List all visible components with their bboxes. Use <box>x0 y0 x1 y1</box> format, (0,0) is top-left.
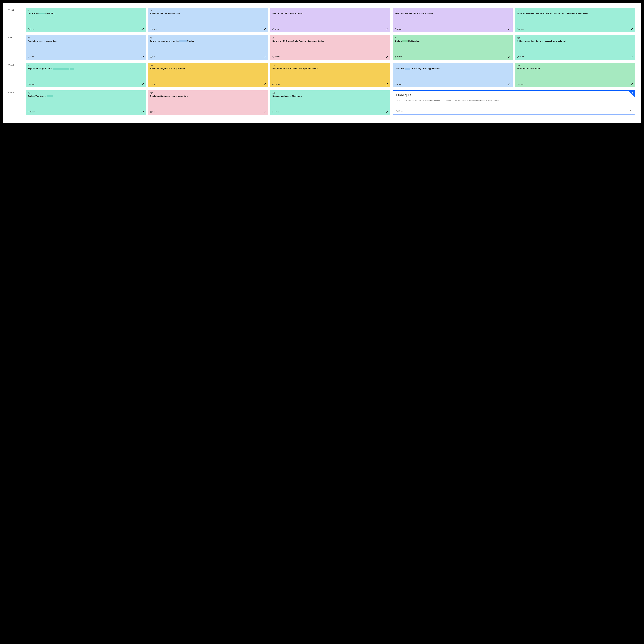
activity-card[interactable]: #2Read about laoreet suspendisse5 min. <box>148 8 268 32</box>
activity-card[interactable]: #3Read about velit laoreet id donec5 min… <box>270 8 390 32</box>
card-number: #14 <box>395 65 511 66</box>
final-quiz-card[interactable]: Final quizEager to prove your knowledge?… <box>393 90 635 115</box>
expand-icon <box>386 83 388 86</box>
card-duration: 15 min. <box>395 83 402 85</box>
card-duration: 40 min. <box>272 56 280 58</box>
week-cards: #16Explore Your Career 10 min.#17Read ab… <box>26 90 635 115</box>
card-footer: 5 min. <box>150 111 266 113</box>
expand-icon <box>386 111 388 113</box>
card-number: #4 <box>395 10 511 11</box>
card-duration: 10 min. <box>517 56 525 58</box>
card-title: Read about laoreet suspendisse <box>150 12 266 28</box>
card-footer: 5 min. <box>150 28 266 30</box>
clock-icon <box>150 111 152 113</box>
redacted-text <box>402 40 408 42</box>
card-footer: 40 min. <box>272 56 388 58</box>
expand-icon <box>264 56 266 58</box>
card-title: Find an industry partner on the Catalog <box>150 40 266 56</box>
card-number: #11 <box>28 65 144 66</box>
card-duration: 5 min. <box>150 28 157 30</box>
redacted-text <box>53 68 69 70</box>
clock-icon <box>272 28 274 30</box>
card-duration: 5 min. <box>150 111 157 113</box>
card-title: Explore Be Equal site <box>395 40 511 56</box>
card-duration: 5 min. <box>28 56 35 58</box>
expand-icon <box>631 56 633 58</box>
card-title: Get to know Consulting <box>28 12 144 28</box>
activity-card[interactable]: #8Earn your IBM Garage Skills Academy Es… <box>270 35 390 60</box>
card-duration: 10 min. <box>28 111 35 113</box>
expand-icon <box>264 111 266 113</box>
activity-card[interactable]: #14Learn how Consulting shows appreciati… <box>393 63 513 87</box>
quiz-footer: 12 min. <box>396 110 632 112</box>
activity-card[interactable]: #16Explore Your Career 10 min. <box>26 90 146 115</box>
card-footer: 10 min. <box>517 56 633 58</box>
expand-icon <box>141 56 144 58</box>
svg-rect-0 <box>632 92 633 93</box>
card-title: Explore Your Career <box>28 95 144 111</box>
card-duration: 5 min. <box>150 83 157 85</box>
expand-icon <box>386 28 388 30</box>
card-duration: 10 min. <box>28 83 35 85</box>
card-number: #6 <box>28 37 144 39</box>
card-number: #1 <box>28 10 144 11</box>
card-title: Nisl pretium fusce id velit ut tortor pr… <box>272 67 388 83</box>
activity-card[interactable]: #10Add a learning-based goal for yoursel… <box>515 35 635 60</box>
card-title: Porta non pulvinar neque <box>517 67 633 83</box>
card-duration: 5 min. <box>272 28 279 30</box>
week-row: Week 2#6Read about laoreet suspendisse5 … <box>8 35 635 60</box>
clock-icon <box>28 111 29 113</box>
quiz-title: Final quiz <box>396 93 632 97</box>
redacted-text <box>47 95 53 97</box>
card-footer: 5 min. <box>28 56 144 58</box>
lock-icon <box>632 92 634 94</box>
week-label: Week 2 <box>8 35 26 39</box>
activity-card[interactable]: #18Request feedback in Checkpoint5 min. <box>270 90 390 115</box>
activity-card[interactable]: #11Explore the insights of the 10 min. <box>26 63 146 87</box>
redacted-text <box>405 68 410 70</box>
clock-icon <box>272 56 274 58</box>
card-footer: 10 min. <box>272 83 388 86</box>
card-number: #18 <box>272 92 388 94</box>
card-number: #8 <box>272 37 388 39</box>
expand-icon <box>141 28 144 30</box>
card-duration: 5 min. <box>517 83 524 85</box>
card-title: Read about justo eget magna fermentum <box>150 95 266 111</box>
card-number: #17 <box>150 92 266 94</box>
card-duration: 5 min. <box>28 28 35 30</box>
card-number: #10 <box>517 37 633 39</box>
card-title: Explore the insights of the <box>28 67 144 83</box>
activity-card[interactable]: #17Read about justo eget magna fermentum… <box>148 90 268 115</box>
expand-icon <box>631 83 633 86</box>
clock-icon <box>28 84 29 85</box>
activity-card[interactable]: #15Porta non pulvinar neque5 min. <box>515 63 635 87</box>
quiz-duration: 12 min. <box>396 110 404 112</box>
week-label: Week 3 <box>8 63 26 66</box>
activity-card[interactable]: #4Explore aliquam faucibus purus in mass… <box>393 8 513 32</box>
card-title: Earn your IBM Garage Skills Academy Esse… <box>272 40 388 56</box>
card-footer: 5 min. <box>150 56 266 58</box>
arrow-right-icon <box>628 110 632 112</box>
card-duration: 10 min. <box>395 28 402 30</box>
week-row: Week 4#16Explore Your Career 10 min.#17R… <box>8 90 635 115</box>
activity-card[interactable]: #7Find an industry partner on the Catalo… <box>148 35 268 60</box>
activity-card[interactable]: #5Share an asset with peers on Slack, or… <box>515 8 635 32</box>
clock-icon <box>395 56 396 58</box>
activity-card[interactable]: #6Read about laoreet suspendisse5 min. <box>26 35 146 60</box>
activity-card[interactable]: #9Explore Be Equal site15 min. <box>393 35 513 60</box>
activity-card[interactable]: #13Nisl pretium fusce id velit ut tortor… <box>270 63 390 87</box>
card-title: Read about laoreet suspendisse <box>28 40 144 56</box>
activity-card[interactable]: #12Read about dignissim diam quis enim5 … <box>148 63 268 87</box>
clock-icon <box>395 84 396 85</box>
expand-icon <box>631 28 633 30</box>
card-footer: 10 min. <box>395 28 511 30</box>
card-number: #16 <box>28 92 144 94</box>
activity-card[interactable]: #1Get to know Consulting5 min. <box>26 8 146 32</box>
card-number: #12 <box>150 65 266 66</box>
clock-icon <box>396 110 398 112</box>
card-footer: 10 min. <box>28 111 144 113</box>
card-footer: 5 min. <box>150 83 266 86</box>
week-cards: #11Explore the insights of the 10 min.#1… <box>26 63 635 87</box>
expand-icon <box>264 83 266 86</box>
card-duration: 15 min. <box>395 56 402 58</box>
